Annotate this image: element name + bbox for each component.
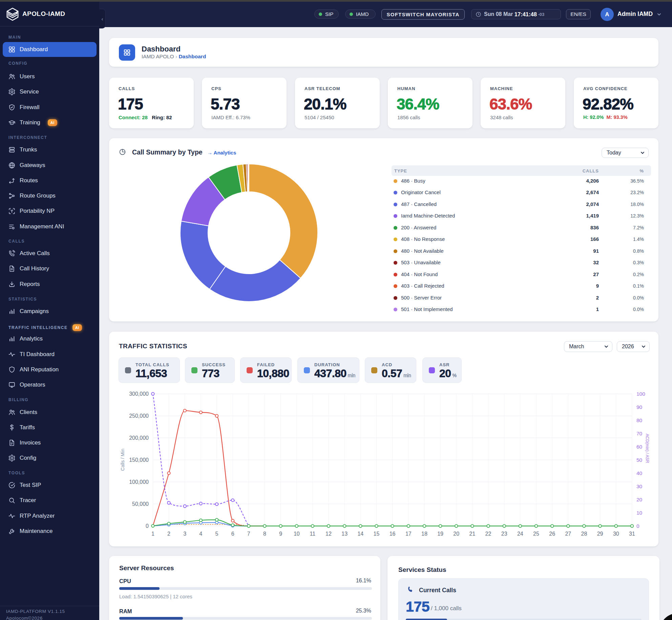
svg-text:250,000: 250,000 <box>129 413 149 419</box>
svg-text:50,000: 50,000 <box>132 501 149 507</box>
svg-text:0: 0 <box>146 523 149 529</box>
svg-text:8: 8 <box>263 531 266 537</box>
svg-text:10: 10 <box>636 510 643 516</box>
svg-text:22: 22 <box>485 531 491 537</box>
svg-text:60: 60 <box>636 444 643 450</box>
svg-text:150,000: 150,000 <box>129 457 149 463</box>
svg-text:24: 24 <box>517 531 523 537</box>
svg-text:15: 15 <box>374 531 380 537</box>
svg-text:1: 1 <box>151 531 154 537</box>
svg-text:10: 10 <box>294 531 300 537</box>
svg-text:21: 21 <box>469 531 476 537</box>
svg-text:90: 90 <box>636 404 643 410</box>
svg-text:17: 17 <box>405 531 412 537</box>
svg-text:12: 12 <box>326 531 332 537</box>
svg-text:27: 27 <box>565 531 571 537</box>
svg-text:4: 4 <box>199 531 202 537</box>
svg-text:31: 31 <box>629 531 635 537</box>
svg-text:30: 30 <box>636 483 643 489</box>
svg-text:16: 16 <box>390 531 396 537</box>
svg-text:200,000: 200,000 <box>129 435 149 441</box>
svg-text:300,000: 300,000 <box>129 391 149 397</box>
svg-text:6: 6 <box>231 531 234 537</box>
svg-text:26: 26 <box>549 531 555 537</box>
svg-text:13: 13 <box>341 531 348 537</box>
svg-text:100,000: 100,000 <box>129 479 149 485</box>
svg-text:14: 14 <box>357 531 363 537</box>
svg-text:2: 2 <box>167 531 170 537</box>
svg-text:19: 19 <box>437 531 443 537</box>
svg-text:29: 29 <box>597 531 603 537</box>
svg-text:50: 50 <box>636 457 643 463</box>
svg-text:5: 5 <box>215 531 218 537</box>
svg-text:3: 3 <box>183 531 186 537</box>
svg-text:28: 28 <box>581 531 587 537</box>
svg-text:70: 70 <box>636 431 643 436</box>
svg-text:18: 18 <box>421 531 427 537</box>
svg-text:20: 20 <box>453 531 459 537</box>
svg-text:23: 23 <box>501 531 507 537</box>
svg-text:Calls / Min: Calls / Min <box>120 449 125 471</box>
svg-text:25: 25 <box>533 531 539 537</box>
svg-text:80: 80 <box>636 417 643 423</box>
svg-text:7: 7 <box>247 531 250 537</box>
svg-text:20: 20 <box>636 497 643 502</box>
svg-text:40: 40 <box>636 470 643 476</box>
svg-text:0: 0 <box>636 523 639 529</box>
svg-text:11: 11 <box>310 531 316 537</box>
svg-text:9: 9 <box>279 531 282 537</box>
svg-text:30: 30 <box>613 531 619 537</box>
svg-text:100: 100 <box>636 391 645 397</box>
